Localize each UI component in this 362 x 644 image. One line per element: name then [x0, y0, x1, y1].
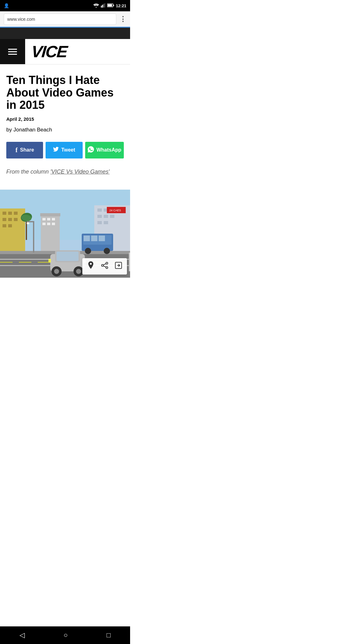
pin-icon[interactable]	[87, 261, 94, 271]
svg-rect-39	[97, 221, 102, 224]
address-bar: www.vice.com ⋮	[0, 11, 130, 28]
scrollbar-indicator	[129, 253, 130, 271]
facebook-icon: f	[15, 147, 18, 154]
svg-rect-25	[42, 218, 46, 220]
whatsapp-label: WhatsApp	[96, 147, 121, 153]
svg-rect-29	[47, 223, 50, 225]
svg-rect-1	[101, 6, 102, 8]
svg-rect-67	[91, 236, 97, 241]
svg-point-75	[106, 267, 108, 269]
facebook-share-button[interactable]: f Share	[6, 142, 43, 158]
battery-icon	[107, 3, 114, 8]
twitter-icon	[53, 147, 59, 153]
svg-rect-62	[27, 221, 34, 222]
signal-icon	[101, 3, 105, 8]
svg-rect-61	[33, 221, 34, 253]
svg-rect-30	[52, 223, 55, 225]
status-bar: 👤 12:21	[0, 0, 130, 11]
column-text: From the column	[6, 169, 49, 175]
svg-point-69	[85, 248, 91, 254]
open-external-icon[interactable]	[115, 262, 122, 271]
vice-header: VICE	[0, 39, 130, 64]
svg-rect-28	[42, 223, 46, 225]
svg-rect-37	[104, 215, 108, 218]
svg-rect-17	[14, 218, 18, 221]
svg-rect-36	[97, 215, 102, 218]
svg-line-76	[103, 264, 106, 265]
svg-rect-40	[104, 221, 108, 224]
svg-rect-18	[3, 224, 6, 227]
status-left-icons: 👤	[4, 3, 9, 8]
svg-rect-44	[0, 262, 13, 263]
svg-point-58	[76, 269, 81, 274]
article-content: Ten Things I Hate About Video Games in 2…	[0, 64, 130, 190]
svg-rect-4	[105, 3, 105, 8]
wifi-icon	[93, 3, 99, 8]
svg-rect-24	[40, 213, 60, 216]
twitter-share-button[interactable]: Tweet	[46, 142, 82, 158]
whatsapp-share-button[interactable]: WhatsApp	[85, 142, 124, 158]
svg-rect-26	[47, 218, 50, 220]
svg-rect-15	[3, 218, 6, 221]
status-time: 12:21	[116, 3, 126, 8]
article-image: 24 CAES	[0, 190, 130, 278]
svg-point-70	[104, 248, 110, 254]
hamburger-icon	[8, 49, 17, 55]
svg-point-0	[96, 7, 96, 8]
svg-rect-33	[97, 208, 102, 212]
svg-text:24 CAES: 24 CAES	[109, 209, 121, 212]
svg-rect-12	[3, 212, 6, 215]
svg-rect-54	[57, 252, 79, 261]
vice-logo-area: VICE	[25, 39, 130, 64]
svg-rect-63	[27, 222, 29, 224]
svg-rect-38	[110, 215, 114, 218]
svg-point-56	[54, 269, 59, 274]
twitter-label: Tweet	[61, 147, 75, 153]
svg-rect-68	[99, 236, 105, 241]
add-contact-icon: 👤	[4, 3, 9, 8]
dark-header-band	[0, 28, 130, 39]
svg-rect-19	[8, 224, 12, 227]
svg-rect-13	[8, 212, 12, 215]
author-name: Jonathan Beach	[14, 127, 52, 133]
hamburger-menu-button[interactable]	[0, 39, 25, 64]
svg-rect-14	[14, 212, 18, 215]
floating-action-bar	[82, 258, 127, 275]
column-reference: From the column 'VICE Vs Video Games'	[6, 168, 124, 176]
svg-line-77	[103, 266, 106, 267]
svg-rect-27	[52, 218, 55, 220]
svg-rect-66	[84, 236, 90, 241]
article-date: April 2, 2015	[6, 116, 124, 122]
column-link[interactable]: 'VICE Vs Video Games'	[50, 169, 110, 175]
facebook-label: Share	[20, 147, 34, 153]
svg-rect-60	[48, 259, 51, 263]
svg-rect-45	[19, 262, 31, 263]
svg-rect-7	[113, 5, 114, 6]
share-buttons-container: f Share Tweet WhatsApp	[6, 142, 124, 158]
browser-menu-button[interactable]: ⋮	[119, 16, 126, 23]
status-right-icons: 12:21	[93, 3, 126, 8]
svg-rect-2	[102, 5, 103, 8]
article-title: Ten Things I Hate About Video Games in 2…	[6, 74, 124, 111]
vice-logo: VICE	[30, 42, 68, 61]
svg-rect-16	[8, 218, 12, 221]
svg-point-73	[106, 262, 108, 264]
whatsapp-icon	[88, 146, 94, 154]
url-input[interactable]: www.vice.com	[4, 14, 116, 25]
svg-point-74	[101, 264, 103, 266]
author-prefix: by	[6, 127, 12, 133]
svg-rect-46	[38, 262, 50, 263]
article-author: by Jonathan Beach	[6, 127, 124, 133]
svg-rect-6	[107, 4, 112, 6]
svg-rect-3	[103, 4, 104, 8]
share-icon[interactable]	[101, 262, 108, 271]
